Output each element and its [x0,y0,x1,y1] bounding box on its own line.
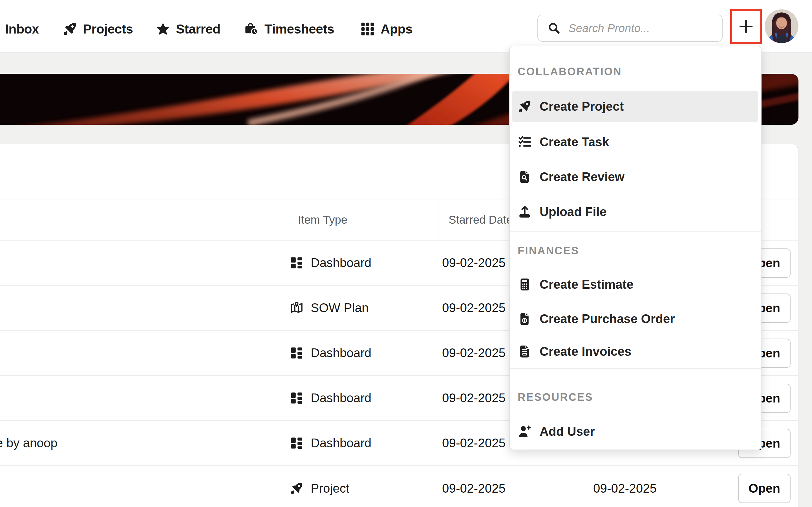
search-box[interactable] [538,15,723,42]
search-input[interactable] [568,22,719,35]
svg-text:$: $ [523,319,525,322]
star-icon [156,22,170,36]
item-type-label: Dashboard [311,256,371,270]
nav-starred-label: Starred [176,21,220,37]
rocket-icon [290,482,303,495]
nav-item-inbox[interactable]: Inbox [5,16,39,42]
calculator-icon [518,277,532,291]
nav-item-timesheets[interactable]: Timesheets [244,16,334,42]
menu-item-upload-file[interactable]: Upload File [512,196,758,228]
item-type-label: Project [311,482,349,496]
nav-item-projects[interactable]: Projects [63,16,133,42]
top-bar: Inbox Projects Starred Timesheets Apps [0,0,812,53]
nav-timesheets-label: Timesheets [264,21,334,37]
menu-item-create-project[interactable]: Create Project [512,91,758,122]
invoice-icon [518,344,532,358]
menu-divider [510,231,761,231]
search-icon [548,22,560,35]
dashboard-icon [290,256,303,270]
dashboard-icon [290,436,303,450]
item-type-label: Dashboard [311,346,371,360]
document-search-icon [518,170,532,184]
menu-item-add-user[interactable]: Add User [512,416,758,447]
starred-date: 09-02-2025 [442,376,506,420]
item-type-label: Dashboard [311,391,371,405]
item-name: e by anoop [0,421,57,465]
starred-date: 09-02-2025 [442,466,506,507]
nav-inbox-label: Inbox [5,21,39,37]
nav-item-starred[interactable]: Starred [156,16,220,42]
menu-section-resources: RESOURCES [518,391,593,403]
nav-projects-label: Projects [83,21,133,37]
second-date: 09-02-2025 [593,466,657,507]
menu-item-create-estimate[interactable]: Create Estimate [512,269,758,300]
briefcase-clock-icon [244,22,259,36]
starred-date: 09-02-2025 [442,331,506,375]
rocket-icon [63,22,77,36]
item-type-label: Dashboard [311,436,371,450]
nav-apps-label: Apps [380,21,412,37]
menu-section-collaboration: COLLABORATION [518,65,622,78]
user-avatar[interactable] [765,9,799,43]
dashboard-icon [290,391,303,405]
receipt-dollar-icon: $ [518,312,532,326]
apps-grid-icon [360,22,375,36]
item-type-label: SOW Plan [311,301,368,315]
table-row[interactable]: Project 09-02-2025 09-02-2025 Open [0,466,799,507]
user-plus-icon [518,425,532,439]
checklist-icon [518,135,532,149]
starred-date: 09-02-2025 [442,286,506,330]
open-button[interactable]: Open [738,474,791,503]
menu-item-create-purchase-order[interactable]: $ Create Purchase Order [512,303,758,335]
map-pin-icon [290,301,303,315]
menu-item-create-invoices[interactable]: Create Invoices [512,336,758,367]
menu-item-create-task[interactable]: Create Task [512,126,758,158]
plus-icon [738,18,754,35]
add-button[interactable] [730,9,762,44]
starred-date: 09-02-2025 [442,240,506,285]
menu-item-create-review[interactable]: Create Review [512,161,758,193]
rocket-icon [518,100,532,114]
menu-section-finances: FINANCES [518,244,579,257]
dashboard-icon [290,346,303,360]
column-header-item-name[interactable] [0,200,283,240]
upload-icon [518,205,532,219]
menu-divider [510,369,761,369]
create-dropdown-menu: COLLABORATION Create Project Create Task… [509,46,762,450]
starred-date: 09-02-2025 [442,421,506,465]
column-header-item-type[interactable]: Item Type [283,200,439,240]
nav-item-apps[interactable]: Apps [360,16,412,42]
